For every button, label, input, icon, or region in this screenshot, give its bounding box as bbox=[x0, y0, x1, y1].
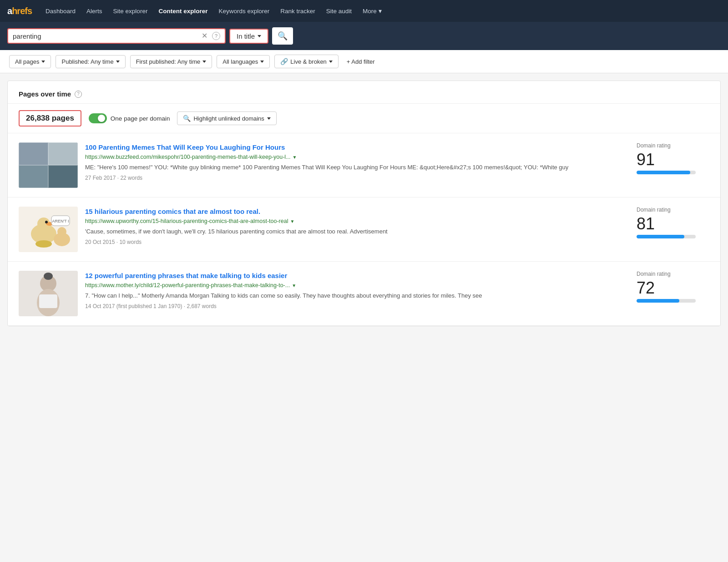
dr-label: Domain rating bbox=[637, 207, 671, 213]
result-content: 12 powerful parenting phrases that make … bbox=[85, 271, 629, 309]
result-url-row: https://www.mother.ly/child/12-powerful-… bbox=[85, 282, 629, 289]
result-title[interactable]: 15 hilarious parenting comics that are a… bbox=[85, 207, 629, 216]
highlight-unlinked-button[interactable]: 🔍 Highlight unlinked domains bbox=[177, 111, 276, 125]
nav-content-explorer[interactable]: Content explorer bbox=[154, 6, 212, 16]
filter-live-broken-chevron-icon bbox=[329, 61, 333, 63]
nav-dashboard[interactable]: Dashboard bbox=[41, 6, 80, 16]
dr-bar-track bbox=[637, 171, 696, 174]
logo-rest: hrefs bbox=[12, 6, 32, 16]
filter-first-published[interactable]: First published: Any time bbox=[130, 55, 212, 68]
domain-rating-box: Domain rating 81 bbox=[637, 207, 709, 238]
highlight-icon: 🔍 bbox=[183, 115, 191, 122]
pages-count: 26,838 pages bbox=[19, 110, 81, 127]
result-thumbnail bbox=[19, 142, 78, 188]
result-content: 100 Parenting Memes That Will Keep You L… bbox=[85, 142, 629, 181]
svg-point-3 bbox=[35, 240, 52, 248]
filter-all-languages[interactable]: All languages bbox=[217, 55, 270, 68]
filter-live-broken[interactable]: 🔗 Live & broken bbox=[274, 55, 339, 68]
one-page-per-domain-toggle[interactable] bbox=[89, 113, 107, 123]
url-dropdown-icon[interactable]: ▼ bbox=[292, 283, 296, 288]
filter-published-label: Published: Any time bbox=[61, 58, 113, 65]
result-item: AREN'T I 15 hilarious parenting comics t… bbox=[8, 197, 720, 262]
add-filter-label: + Add filter bbox=[347, 58, 375, 65]
result-url[interactable]: https://www.mother.ly/child/12-powerful-… bbox=[85, 282, 290, 289]
highlight-label: Highlight unlinked domains bbox=[193, 115, 264, 122]
logo: ahrefs bbox=[7, 6, 32, 16]
dr-bar-fill bbox=[637, 171, 690, 174]
url-dropdown-icon[interactable]: ▼ bbox=[290, 219, 294, 224]
search-bar-section: ✕ ? In title 🔍 bbox=[0, 22, 728, 50]
search-icon: 🔍 bbox=[278, 31, 288, 41]
filter-all-pages-chevron-icon bbox=[41, 61, 45, 63]
dr-bar-track bbox=[637, 299, 696, 303]
one-page-per-domain-label: One page per domain bbox=[111, 115, 170, 122]
filter-all-languages-chevron-icon bbox=[260, 61, 264, 63]
svg-point-9 bbox=[57, 227, 66, 236]
result-url-row: https://www.upworthy.com/15-hilarious-pa… bbox=[85, 218, 629, 224]
nav-alerts[interactable]: Alerts bbox=[82, 6, 107, 16]
nav-site-explorer[interactable]: Site explorer bbox=[109, 6, 152, 16]
main-content: Pages over time ? 26,838 pages One page … bbox=[7, 81, 721, 326]
nav-rank-tracker[interactable]: Rank tracker bbox=[276, 6, 320, 16]
results-bar: 26,838 pages One page per domain 🔍 Highl… bbox=[8, 104, 720, 133]
result-meta: 27 Feb 2017 · 22 words bbox=[85, 175, 629, 181]
pages-over-time-help-icon[interactable]: ? bbox=[75, 91, 82, 98]
filter-all-pages[interactable]: All pages bbox=[9, 55, 51, 68]
pages-over-time-title: Pages over time bbox=[19, 90, 71, 98]
svg-point-5 bbox=[45, 221, 48, 223]
search-mode-label: In title bbox=[237, 32, 255, 40]
svg-rect-14 bbox=[39, 294, 57, 308]
logo-a: a bbox=[7, 6, 12, 16]
live-broken-icon: 🔗 bbox=[280, 58, 288, 65]
search-mode-button[interactable]: In title bbox=[229, 29, 268, 44]
highlight-chevron-icon bbox=[267, 117, 271, 120]
domain-rating-box: Domain rating 91 bbox=[637, 142, 709, 174]
dr-bar-fill bbox=[637, 299, 679, 303]
filter-published[interactable]: Published: Any time bbox=[56, 55, 125, 68]
svg-text:AREN'T I: AREN'T I bbox=[52, 219, 69, 223]
add-filter-button[interactable]: + Add filter bbox=[345, 56, 377, 68]
result-url[interactable]: https://www.upworthy.com/15-hilarious-pa… bbox=[85, 218, 288, 224]
result-url[interactable]: https://www.buzzfeed.com/mikespohr/100-p… bbox=[85, 154, 291, 160]
filters-bar: All pages Published: Any time First publ… bbox=[0, 50, 728, 73]
help-button[interactable]: ? bbox=[212, 32, 220, 40]
dr-value: 91 bbox=[637, 151, 655, 169]
dr-bar-fill bbox=[637, 235, 684, 238]
clear-button[interactable]: ✕ bbox=[201, 32, 208, 40]
result-title[interactable]: 12 powerful parenting phrases that make … bbox=[85, 271, 629, 280]
top-nav: ahrefs Dashboard Alerts Site explorer Co… bbox=[0, 0, 728, 22]
url-dropdown-icon[interactable]: ▼ bbox=[293, 155, 297, 160]
result-snippet: 'Cause, sometimes, if we don't laugh, we… bbox=[85, 227, 629, 236]
dr-value: 72 bbox=[637, 279, 655, 297]
filter-published-chevron-icon bbox=[116, 61, 120, 63]
nav-site-audit[interactable]: Site audit bbox=[322, 6, 356, 16]
dr-label: Domain rating bbox=[637, 271, 671, 277]
filter-live-broken-label: Live & broken bbox=[290, 58, 327, 65]
filter-first-published-label: First published: Any time bbox=[136, 58, 201, 65]
result-meta: 14 Oct 2017 (first published 1 Jan 1970)… bbox=[85, 303, 629, 309]
filter-all-languages-label: All languages bbox=[222, 58, 258, 65]
result-item: 100 Parenting Memes That Will Keep You L… bbox=[8, 133, 720, 197]
one-page-per-domain-toggle-group: One page per domain bbox=[89, 113, 170, 123]
result-item: 12 powerful parenting phrases that make … bbox=[8, 262, 720, 326]
result-thumbnail bbox=[19, 271, 78, 316]
filter-first-published-chevron-icon bbox=[202, 61, 206, 63]
result-content: 15 hilarious parenting comics that are a… bbox=[85, 207, 629, 245]
dr-value: 81 bbox=[637, 215, 655, 233]
dr-bar-track bbox=[637, 235, 696, 238]
search-input-wrapper: ✕ ? bbox=[7, 28, 226, 44]
filter-all-pages-label: All pages bbox=[15, 58, 39, 65]
result-url-row: https://www.buzzfeed.com/mikespohr/100-p… bbox=[85, 154, 629, 160]
nav-keywords-explorer[interactable]: Keywords explorer bbox=[214, 6, 274, 16]
result-snippet: ME: "Here's 100 memes!" YOU: *White guy … bbox=[85, 163, 629, 172]
result-meta: 20 Oct 2015 · 10 words bbox=[85, 239, 629, 245]
svg-point-12 bbox=[44, 273, 53, 280]
search-submit-button[interactable]: 🔍 bbox=[272, 27, 293, 45]
domain-rating-box: Domain rating 72 bbox=[637, 271, 709, 303]
dr-label: Domain rating bbox=[637, 142, 671, 149]
search-input[interactable] bbox=[13, 32, 197, 40]
pages-over-time-section: Pages over time ? bbox=[8, 81, 720, 104]
nav-more[interactable]: More ▾ bbox=[358, 5, 386, 16]
result-snippet: 7. "How can I help..." Motherly Amanda M… bbox=[85, 291, 629, 300]
result-title[interactable]: 100 Parenting Memes That Will Keep You L… bbox=[85, 142, 629, 152]
